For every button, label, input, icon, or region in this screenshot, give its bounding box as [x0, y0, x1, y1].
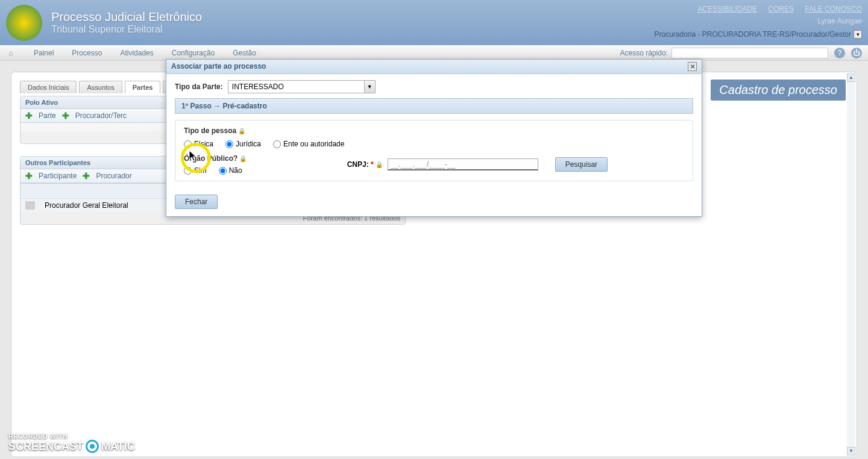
quick-access-label: Acesso rápido:: [620, 49, 668, 57]
user-role: Procuradoria - PROCURADORIA TRE-RS/Procu…: [654, 30, 851, 39]
power-icon[interactable]: ⏻: [851, 48, 862, 58]
close-icon[interactable]: ✕: [688, 62, 697, 71]
menu-configuracao[interactable]: Configuração: [172, 49, 215, 57]
pesquisar-button[interactable]: Pesquisar: [555, 157, 608, 172]
required-mark: *: [371, 160, 374, 169]
scroll-down-icon[interactable]: ▼: [847, 447, 855, 455]
plus-icon[interactable]: ✚: [25, 171, 33, 181]
radio-fisica[interactable]: Física: [184, 140, 213, 148]
tipo-pessoa-label: Tipo de pessoa🔒: [184, 126, 684, 135]
cnpj-block: CNPJ: *🔒 Pesquisar: [347, 157, 608, 172]
tipo-pessoa-radios: Física Jurídica Ente ou autoridade: [184, 140, 684, 148]
cnpj-input[interactable]: [388, 158, 538, 170]
quick-access-input[interactable]: [671, 48, 828, 58]
home-icon[interactable]: ⌂: [6, 49, 16, 57]
associar-parte-modal: Associar parte ao processo ✕ Tipo da Par…: [166, 59, 702, 217]
pre-cadastro-fieldset: Tipo de pessoa🔒 Física Jurídica Ente ou …: [175, 120, 693, 181]
add-participante-button[interactable]: Participante: [39, 172, 77, 180]
chevron-down-icon[interactable]: ▼: [364, 81, 375, 93]
app-title: Processo Judicial Eletrônico: [51, 10, 202, 24]
orgao-radios: Sim Não: [184, 166, 251, 175]
accessibility-link[interactable]: ACESSIBILIDADE: [697, 5, 757, 13]
plus-icon[interactable]: ✚: [83, 171, 90, 181]
watermark-line1: RECORDED WITH: [8, 433, 135, 440]
title-block: Processo Judicial Eletrônico Tribunal Su…: [51, 10, 202, 35]
menu-gestao[interactable]: Gestão: [233, 49, 256, 57]
tipo-parte-label: Tipo da Parte:: [175, 83, 223, 91]
header-links: ACESSIBILIDADE CORES FALE CONOSCO: [654, 5, 862, 13]
role-dropdown-icon[interactable]: ▾: [854, 30, 862, 39]
menu-atividades[interactable]: Atividades: [120, 49, 153, 57]
step-bar: 1º Passo → Pré-cadastro: [175, 98, 693, 114]
orgao-label: Órgão Público?🔒: [184, 154, 251, 163]
scroll-track[interactable]: [847, 82, 855, 447]
tab-partes[interactable]: Partes: [125, 81, 161, 93]
court-logo: [6, 5, 42, 41]
page-title: Cadastro de processo: [711, 80, 846, 101]
colors-link[interactable]: CORES: [768, 5, 794, 13]
row-icon: [25, 201, 35, 210]
fechar-button[interactable]: Fechar: [175, 195, 218, 209]
tipo-parte-value: INTERESSADO: [232, 83, 284, 91]
plus-icon[interactable]: ✚: [62, 111, 69, 120]
modal-title: Associar parte ao processo: [171, 62, 266, 71]
screencast-watermark: RECORDED WITH SCREENCAST MATIC: [8, 433, 135, 453]
lock-icon: 🔒: [239, 155, 247, 162]
lock-icon: 🔒: [238, 128, 245, 134]
cnpj-label: CNPJ: *🔒: [347, 160, 383, 169]
plus-icon[interactable]: ✚: [25, 111, 33, 120]
radio-ente[interactable]: Ente ou autoridade: [273, 140, 344, 148]
watermark-o-icon: [86, 440, 99, 453]
add-parte-button[interactable]: Parte: [39, 111, 56, 120]
add-procurador-button[interactable]: Procurador: [96, 172, 131, 180]
orgao-block: Órgão Público?🔒 Sim Não: [184, 154, 251, 175]
menu-painel[interactable]: Painel: [34, 49, 54, 57]
radio-juridica[interactable]: Jurídica: [225, 140, 261, 148]
lock-icon: 🔒: [376, 161, 383, 168]
radio-nao[interactable]: Não: [219, 166, 242, 175]
app-subtitle: Tribunal Superior Eleitoral: [51, 24, 202, 35]
role-row: Procuradoria - PROCURADORIA TRE-RS/Procu…: [654, 30, 862, 39]
help-icon[interactable]: ?: [834, 48, 845, 58]
add-procurador-button[interactable]: Procurador/Terc: [75, 111, 127, 120]
menu-processo[interactable]: Processo: [72, 49, 102, 57]
orgao-cnpj-row: Órgão Público?🔒 Sim Não CNPJ: *🔒 Pesquis…: [184, 154, 684, 175]
row-participante: Procurador Geral Eleitoral: [45, 201, 128, 210]
contact-link[interactable]: FALE CONOSCO: [805, 5, 862, 13]
header-right: ACESSIBILIDADE CORES FALE CONOSCO Lyrae …: [654, 5, 862, 39]
user-name: Lyrae Aurigae: [654, 17, 862, 25]
modal-title-bar: Associar parte ao processo ✕: [166, 60, 702, 74]
tab-assuntos[interactable]: Assuntos: [79, 81, 122, 93]
radio-sim[interactable]: Sim: [184, 166, 207, 175]
app-header: Processo Judicial Eletrônico Tribunal Su…: [0, 0, 868, 45]
tipo-parte-select[interactable]: INTERESSADO ▼: [228, 80, 376, 93]
tipo-parte-row: Tipo da Parte: INTERESSADO ▼: [175, 80, 693, 93]
watermark-line2: SCREENCAST MATIC: [8, 440, 135, 453]
scroll-up-icon[interactable]: ▲: [847, 73, 855, 82]
tab-dados-iniciais[interactable]: Dados Iniciais: [20, 81, 77, 93]
modal-body: Tipo da Parte: INTERESSADO ▼ 1º Passo → …: [166, 74, 702, 187]
vertical-scrollbar[interactable]: ▲ ▼: [847, 73, 855, 455]
